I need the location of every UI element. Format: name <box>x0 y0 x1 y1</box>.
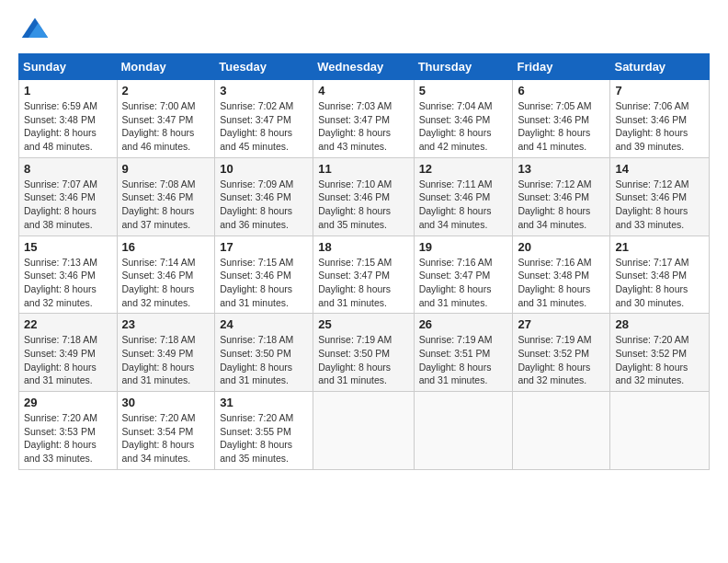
calendar-cell: 26 Sunrise: 7:19 AMSunset: 3:51 PMDaylig… <box>414 314 513 392</box>
day-number: 27 <box>518 317 605 331</box>
day-number: 1 <box>24 84 112 98</box>
day-detail: Sunrise: 7:08 AMSunset: 3:46 PMDaylight:… <box>122 178 196 230</box>
day-number: 28 <box>615 317 704 331</box>
calendar-cell: 12 Sunrise: 7:11 AMSunset: 3:46 PMDaylig… <box>414 157 513 236</box>
day-detail: Sunrise: 7:07 AMSunset: 3:46 PMDaylight:… <box>24 178 97 230</box>
calendar-day-header: Saturday <box>610 54 710 80</box>
day-detail: Sunrise: 7:02 AMSunset: 3:47 PMDaylight:… <box>220 100 293 152</box>
day-number: 25 <box>318 317 408 331</box>
day-detail: Sunrise: 7:18 AMSunset: 3:50 PMDaylight:… <box>220 334 293 385</box>
calendar-cell: 11 Sunrise: 7:10 AMSunset: 3:46 PMDaylig… <box>313 157 414 236</box>
calendar-cell: 18 Sunrise: 7:15 AMSunset: 3:47 PMDaylig… <box>313 236 414 314</box>
calendar-cell: 19 Sunrise: 7:16 AMSunset: 3:47 PMDaylig… <box>414 236 513 314</box>
day-detail: Sunrise: 7:19 AMSunset: 3:51 PMDaylight:… <box>419 334 493 385</box>
calendar-cell: 24 Sunrise: 7:18 AMSunset: 3:50 PMDaylig… <box>215 314 313 392</box>
calendar-cell: 20 Sunrise: 7:16 AMSunset: 3:48 PMDaylig… <box>513 236 610 314</box>
calendar-cell <box>414 392 513 470</box>
calendar-cell: 27 Sunrise: 7:19 AMSunset: 3:52 PMDaylig… <box>513 314 610 392</box>
calendar-day-header: Thursday <box>414 54 513 80</box>
day-detail: Sunrise: 7:19 AMSunset: 3:52 PMDaylight:… <box>518 334 591 385</box>
calendar-day-header: Wednesday <box>313 54 414 80</box>
day-number: 8 <box>24 162 112 176</box>
day-number: 6 <box>518 84 605 98</box>
day-detail: Sunrise: 7:20 AMSunset: 3:52 PMDaylight:… <box>615 334 688 385</box>
calendar-cell: 3 Sunrise: 7:02 AMSunset: 3:47 PMDayligh… <box>215 80 313 158</box>
calendar-day-header: Friday <box>513 54 610 80</box>
calendar-header-row: SundayMondayTuesdayWednesdayThursdayFrid… <box>19 54 710 80</box>
day-detail: Sunrise: 7:16 AMSunset: 3:47 PMDaylight:… <box>419 257 493 308</box>
calendar-cell <box>313 392 414 470</box>
calendar-cell: 17 Sunrise: 7:15 AMSunset: 3:46 PMDaylig… <box>215 236 313 314</box>
calendar-day-header: Monday <box>117 54 215 80</box>
day-detail: Sunrise: 7:18 AMSunset: 3:49 PMDaylight:… <box>24 334 97 385</box>
day-number: 18 <box>318 240 408 254</box>
day-number: 9 <box>122 162 210 176</box>
day-number: 23 <box>122 317 210 331</box>
day-number: 26 <box>419 317 508 331</box>
day-number: 24 <box>220 317 308 331</box>
calendar-cell: 10 Sunrise: 7:09 AMSunset: 3:46 PMDaylig… <box>215 157 313 236</box>
day-number: 10 <box>220 162 308 176</box>
day-detail: Sunrise: 7:09 AMSunset: 3:46 PMDaylight:… <box>220 178 293 230</box>
logo <box>18 15 50 44</box>
day-number: 4 <box>318 84 408 98</box>
calendar-cell: 23 Sunrise: 7:18 AMSunset: 3:49 PMDaylig… <box>117 314 215 392</box>
day-number: 2 <box>122 84 210 98</box>
day-number: 11 <box>318 162 408 176</box>
page-header <box>18 15 710 44</box>
calendar-week-row: 29 Sunrise: 7:20 AMSunset: 3:53 PMDaylig… <box>19 392 710 470</box>
day-detail: Sunrise: 7:10 AMSunset: 3:46 PMDaylight:… <box>318 178 392 230</box>
day-detail: Sunrise: 7:20 AMSunset: 3:55 PMDaylight:… <box>220 412 293 464</box>
calendar-week-row: 1 Sunrise: 6:59 AMSunset: 3:48 PMDayligh… <box>19 80 710 158</box>
day-detail: Sunrise: 7:19 AMSunset: 3:50 PMDaylight:… <box>318 334 392 385</box>
calendar-table: SundayMondayTuesdayWednesdayThursdayFrid… <box>18 53 710 470</box>
calendar-cell: 9 Sunrise: 7:08 AMSunset: 3:46 PMDayligh… <box>117 157 215 236</box>
day-detail: Sunrise: 7:04 AMSunset: 3:46 PMDaylight:… <box>419 100 493 152</box>
calendar-cell: 5 Sunrise: 7:04 AMSunset: 3:46 PMDayligh… <box>414 80 513 158</box>
day-number: 15 <box>24 240 112 254</box>
day-detail: Sunrise: 7:00 AMSunset: 3:47 PMDaylight:… <box>122 100 196 152</box>
day-detail: Sunrise: 7:14 AMSunset: 3:46 PMDaylight:… <box>122 257 196 308</box>
day-number: 14 <box>615 162 704 176</box>
day-detail: Sunrise: 7:17 AMSunset: 3:48 PMDaylight:… <box>615 257 688 308</box>
day-number: 30 <box>122 396 210 409</box>
calendar-cell: 6 Sunrise: 7:05 AMSunset: 3:46 PMDayligh… <box>513 80 610 158</box>
calendar-cell <box>513 392 610 470</box>
day-detail: Sunrise: 7:16 AMSunset: 3:48 PMDaylight:… <box>518 257 591 308</box>
day-detail: Sunrise: 7:13 AMSunset: 3:46 PMDaylight:… <box>24 257 97 308</box>
day-detail: Sunrise: 7:18 AMSunset: 3:49 PMDaylight:… <box>122 334 196 385</box>
day-detail: Sunrise: 7:15 AMSunset: 3:47 PMDaylight:… <box>318 257 392 308</box>
day-number: 29 <box>24 396 112 409</box>
day-detail: Sunrise: 6:59 AMSunset: 3:48 PMDaylight:… <box>24 100 97 152</box>
calendar-cell: 2 Sunrise: 7:00 AMSunset: 3:47 PMDayligh… <box>117 80 215 158</box>
day-number: 3 <box>220 84 308 98</box>
calendar-cell: 30 Sunrise: 7:20 AMSunset: 3:54 PMDaylig… <box>117 392 215 470</box>
calendar-cell: 13 Sunrise: 7:12 AMSunset: 3:46 PMDaylig… <box>513 157 610 236</box>
calendar-cell: 7 Sunrise: 7:06 AMSunset: 3:46 PMDayligh… <box>610 80 710 158</box>
day-number: 19 <box>419 240 508 254</box>
day-number: 20 <box>518 240 605 254</box>
day-number: 7 <box>615 84 704 98</box>
day-number: 17 <box>220 240 308 254</box>
calendar-cell <box>610 392 710 470</box>
day-detail: Sunrise: 7:20 AMSunset: 3:53 PMDaylight:… <box>24 412 97 464</box>
calendar-cell: 28 Sunrise: 7:20 AMSunset: 3:52 PMDaylig… <box>610 314 710 392</box>
day-number: 16 <box>122 240 210 254</box>
day-detail: Sunrise: 7:06 AMSunset: 3:46 PMDaylight:… <box>615 100 688 152</box>
calendar-day-header: Sunday <box>19 54 118 80</box>
day-detail: Sunrise: 7:12 AMSunset: 3:46 PMDaylight:… <box>615 178 688 230</box>
calendar-cell: 1 Sunrise: 6:59 AMSunset: 3:48 PMDayligh… <box>19 80 118 158</box>
calendar-week-row: 22 Sunrise: 7:18 AMSunset: 3:49 PMDaylig… <box>19 314 710 392</box>
day-number: 5 <box>419 84 508 98</box>
day-number: 22 <box>24 317 112 331</box>
calendar-cell: 8 Sunrise: 7:07 AMSunset: 3:46 PMDayligh… <box>19 157 118 236</box>
calendar-cell: 16 Sunrise: 7:14 AMSunset: 3:46 PMDaylig… <box>117 236 215 314</box>
calendar-cell: 29 Sunrise: 7:20 AMSunset: 3:53 PMDaylig… <box>19 392 118 470</box>
day-number: 21 <box>615 240 704 254</box>
calendar-cell: 22 Sunrise: 7:18 AMSunset: 3:49 PMDaylig… <box>19 314 118 392</box>
day-detail: Sunrise: 7:05 AMSunset: 3:46 PMDaylight:… <box>518 100 591 152</box>
calendar-cell: 14 Sunrise: 7:12 AMSunset: 3:46 PMDaylig… <box>610 157 710 236</box>
day-detail: Sunrise: 7:15 AMSunset: 3:46 PMDaylight:… <box>220 257 293 308</box>
day-detail: Sunrise: 7:12 AMSunset: 3:46 PMDaylight:… <box>518 178 591 230</box>
calendar-day-header: Tuesday <box>215 54 313 80</box>
